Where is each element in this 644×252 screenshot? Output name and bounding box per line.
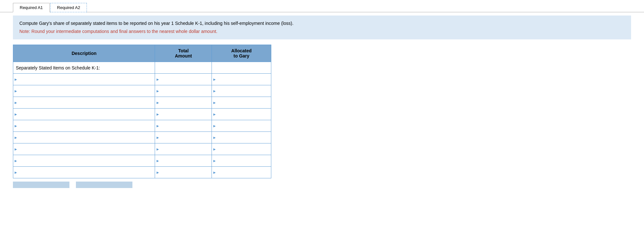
row2-description-cell[interactable]: ► [13,85,155,97]
row3-description-cell[interactable]: ► [13,97,155,109]
row5-allocated-cell[interactable]: ► [212,120,271,132]
data-table: Description TotalAmount Allocatedto Gary… [13,45,271,178]
row4-description-input[interactable] [13,109,155,120]
bottom-bar-cell-1 [13,182,69,188]
tab-label-a2: Required A2 [57,5,80,10]
tab-label-a1: Required A1 [20,5,43,10]
row6-total-cell[interactable]: ► [155,132,212,143]
tabs-row: Required A1 Required A2 [0,0,644,12]
row9-description-cell[interactable]: ► [13,167,155,178]
table-label-row: Separately Stated Items on Schedule K-1: [13,62,271,74]
col-header-allocated-label: Allocatedto Gary [231,48,252,58]
col-header-description-label: Description [72,51,97,56]
row8-description-cell[interactable]: ► [13,155,155,167]
row1-description-cell[interactable]: ► [13,74,155,85]
col-header-total-label: TotalAmount [175,48,192,58]
row8-allocated-input[interactable] [212,155,271,166]
row3-total-input[interactable] [155,97,212,108]
bottom-bar [13,182,644,188]
row6-allocated-cell[interactable]: ► [212,132,271,143]
row5-total-input[interactable] [155,120,212,131]
row6-description-input[interactable] [13,132,155,143]
row7-allocated-input[interactable] [212,143,271,155]
row4-allocated-input[interactable] [212,109,271,120]
row8-total-input[interactable] [155,155,212,166]
info-box-note-text: Note: Round your intermediate computatio… [19,29,217,34]
table-row: ► ► ► [13,132,271,143]
table-row: ► ► ► [13,85,271,97]
row6-allocated-input[interactable] [212,132,271,143]
col-header-total: TotalAmount [155,45,212,62]
row8-allocated-cell[interactable]: ► [212,155,271,167]
row1-total-cell[interactable]: ► [155,74,212,85]
row2-allocated-cell[interactable]: ► [212,85,271,97]
row1-allocated-input[interactable] [212,74,271,85]
table-row: ► ► ► [13,167,271,178]
row6-total-input[interactable] [155,132,212,143]
row1-allocated-cell[interactable]: ► [212,74,271,85]
col-header-allocated: Allocatedto Gary [212,45,271,62]
label-cell-allocated [212,62,271,74]
row8-description-input[interactable] [13,155,155,166]
label-cell-total [155,62,212,74]
row5-description-cell[interactable]: ► [13,120,155,132]
row7-total-cell[interactable]: ► [155,143,212,155]
info-box: Compute Gary's share of separately state… [13,16,631,39]
table-header-row: Description TotalAmount Allocatedto Gary [13,45,271,62]
row7-allocated-cell[interactable]: ► [212,143,271,155]
row5-allocated-input[interactable] [212,120,271,131]
row6-description-cell[interactable]: ► [13,132,155,143]
row2-description-input[interactable] [13,85,155,97]
tab-required-a1[interactable]: Required A1 [13,3,50,12]
row8-total-cell[interactable]: ► [155,155,212,167]
row7-total-input[interactable] [155,143,212,155]
info-box-note: Note: Round your intermediate computatio… [19,28,625,35]
bottom-bar-cell-2 [76,182,132,188]
row7-description-input[interactable] [13,143,155,155]
table-row: ► ► ► [13,120,271,132]
table-row: ► ► ► [13,143,271,155]
label-cell-description: Separately Stated Items on Schedule K-1: [13,62,155,74]
table-wrapper: Description TotalAmount Allocatedto Gary… [13,45,271,178]
col-header-description: Description [13,45,155,62]
row4-description-cell[interactable]: ► [13,109,155,120]
table-row: ► ► ► [13,109,271,120]
row5-total-cell[interactable]: ► [155,120,212,132]
table-row: ► ► ► [13,155,271,167]
row3-allocated-cell[interactable]: ► [212,97,271,109]
row7-description-cell[interactable]: ► [13,143,155,155]
row9-allocated-input[interactable] [212,167,271,178]
row3-total-cell[interactable]: ► [155,97,212,109]
row4-total-cell[interactable]: ► [155,109,212,120]
info-box-main-text: Compute Gary's share of separately state… [19,21,294,26]
row2-total-input[interactable] [155,85,212,97]
page-container: Required A1 Required A2 Compute Gary's s… [0,0,644,188]
table-row: ► ► ► [13,74,271,85]
row2-total-cell[interactable]: ► [155,85,212,97]
table-row: ► ► ► [13,97,271,109]
row2-allocated-input[interactable] [212,85,271,97]
row9-description-input[interactable] [13,167,155,178]
row5-description-input[interactable] [13,120,155,131]
row3-allocated-input[interactable] [212,97,271,108]
row4-allocated-cell[interactable]: ► [212,109,271,120]
tab-required-a2[interactable]: Required A2 [50,3,87,12]
row9-total-input[interactable] [155,167,212,178]
label-cell-description-text: Separately Stated Items on Schedule K-1: [16,65,100,70]
row1-total-input[interactable] [155,74,212,85]
row4-total-input[interactable] [155,109,212,120]
row9-allocated-cell[interactable]: ► [212,167,271,178]
row9-total-cell[interactable]: ► [155,167,212,178]
row1-description-input[interactable] [13,74,155,85]
row3-description-input[interactable] [13,97,155,108]
